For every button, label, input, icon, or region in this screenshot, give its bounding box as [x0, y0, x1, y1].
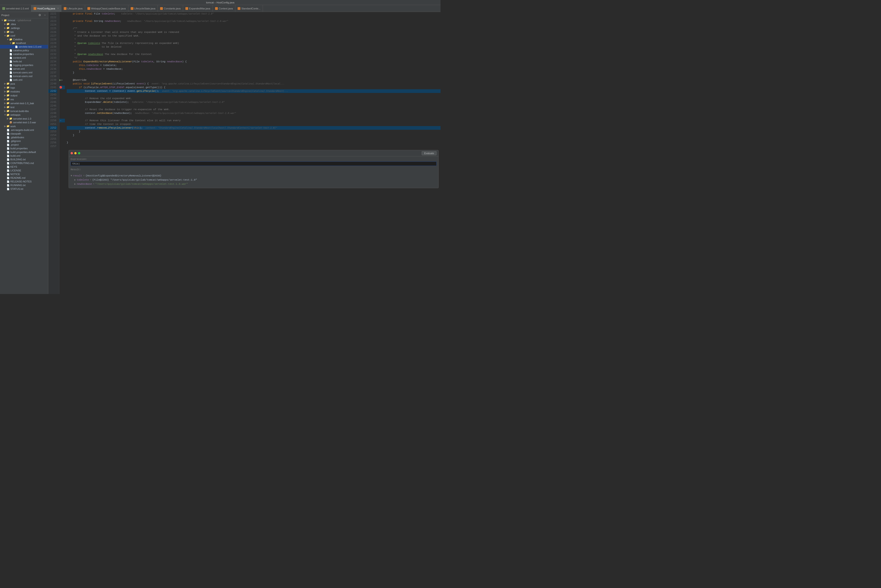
traffic-light-red[interactable] [70, 152, 73, 154]
tree-status[interactable]: 📄 STATUS.txt [0, 187, 48, 191]
tree-gitignore[interactable]: 📄 .gitignore [0, 139, 48, 143]
code-line-2246 [67, 104, 440, 108]
tree-bin[interactable]: ▶ 📁 bin [0, 30, 48, 34]
file-icon-releasenotes: 📄 [6, 180, 10, 183]
tree-build-xml[interactable]: 📄 build.xml [0, 154, 48, 158]
expression-input[interactable] [70, 162, 437, 166]
tree-work[interactable]: ▶ 📁 work [0, 124, 48, 128]
tree-project[interactable]: 📄 .project [0, 143, 48, 147]
tree-catalina-policy[interactable]: 📄 catalina.policy [0, 48, 48, 52]
editor-area: 2221 2222 2223 2224 2225 2226 2227 2228 … [48, 12, 440, 294]
tree-idea[interactable]: ▶ 📁 .idea [0, 22, 48, 26]
sidebar-collapse-icon[interactable]: − [43, 13, 47, 17]
tree-servelet-xml[interactable]: 📄 servlete-test-1.0.xml [0, 45, 48, 48]
window-title: tomcat – HostConfig.java [206, 1, 234, 4]
tree-servelet-10[interactable]: ▶ 📁 servelet-test-1.0 [0, 117, 48, 120]
tree-readme[interactable]: 📄 README.md [0, 176, 48, 180]
code-line-2224 [67, 23, 440, 27]
java-icon-2 [64, 7, 66, 10]
tree-catalina-props[interactable]: 📄 catalina.properties [0, 52, 48, 56]
tab-constants[interactable]: Constants.java [158, 5, 183, 12]
code-line-2245: ExpandedWar.delete(toDelete); toDelete: … [67, 100, 440, 104]
tree-webapps[interactable]: ▼ 📁 webapps [0, 113, 48, 117]
code-editor-container: 2221 2222 2223 2224 2225 2226 2227 2228 … [48, 12, 440, 294]
tree-ant-targets[interactable]: 📄 .ant-targets-build.xml [0, 128, 48, 132]
code-line-2244: // Remove the old expanded WAR. [67, 97, 440, 100]
file-icon-status: 📄 [6, 188, 10, 190]
tree-modules[interactable]: ▶ 📁 modules [0, 90, 48, 93]
tab-expandedwar[interactable]: ExpandedWar.java [183, 5, 213, 12]
tree-gitattributes[interactable]: 📄 .gitattributes [0, 135, 48, 139]
folder-icon-conf: 📁 [6, 34, 10, 37]
file-icon-buildpropsdefault: 📄 [6, 151, 10, 153]
tree-tomcat-users-xsd[interactable]: 📄 tomcat-users.xsd [0, 74, 48, 78]
java-icon-7 [215, 7, 218, 10]
file-icon-catalinaprops: 📄 [9, 52, 12, 56]
file-icon-readme: 📄 [6, 177, 10, 179]
file-icon-hello: 📄 [9, 60, 12, 63]
tree-building-txt[interactable]: 📄 BUILDING.txt [0, 158, 48, 161]
tab-lifecycle-java[interactable]: Lifecycle.java [61, 5, 85, 12]
java-icon-3 [87, 7, 90, 10]
tab-lifecyclestate[interactable]: LifecycleState.java [128, 5, 158, 12]
traffic-light-yellow[interactable] [74, 152, 76, 154]
file-icon-tomcatxsd: 📄 [9, 75, 12, 78]
tree-catalina[interactable]: ▼ 📁 Catalina [0, 38, 48, 41]
tab-standardconte[interactable]: StandardConte... [235, 5, 263, 12]
tree-test[interactable]: ▶ 📁 test [0, 105, 48, 109]
tree-release-notes[interactable]: 📄 RELEASE-NOTES [0, 180, 48, 183]
project-tree: ▼ 📁 tomcat ~/gitlab/tomcat ▶ 📁 .idea ▶ 📁… [0, 18, 48, 191]
run-gutter-icon[interactable]: ▶ [59, 78, 61, 82]
breakpoint-hollow-icon[interactable]: ● [61, 78, 63, 82]
tree-settings[interactable]: ▶ 📁 .settings [0, 26, 48, 30]
folder-icon-bin: 📁 [6, 31, 10, 33]
tree-context-xml[interactable]: 📄 context.xml [0, 56, 48, 60]
evaluate-button[interactable]: Evaluate [422, 151, 437, 155]
code-line-2236: this.newDocBase = newDocBase; [67, 67, 440, 71]
tab-webappclassloader[interactable]: WebappClassLoaderBase.java [85, 5, 128, 12]
code-line-2257 [67, 144, 440, 148]
tree-root-tomcat[interactable]: ▼ 📁 tomcat ~/gitlab/tomcat [0, 18, 48, 22]
tree-output[interactable]: ▶ 📁 output [0, 93, 48, 97]
tree-conf[interactable]: ▼ 📁 conf [0, 34, 48, 38]
code-line-2252: context.removeLifecycleListener(this); c… [67, 126, 440, 130]
tree-build-props-default[interactable]: 📄 build.properties.default [0, 150, 48, 154]
tree-keys[interactable]: 📄 KEYS [0, 165, 48, 169]
sidebar-settings-icon[interactable]: ⚙ [37, 13, 42, 17]
tree-res[interactable]: ▶ 📁 res [0, 97, 48, 101]
tab-servelet-xml[interactable]: servelet-test-1.0.xml [0, 5, 31, 12]
file-icon-gitignore: 📄 [6, 140, 10, 142]
folder-icon-idea: 📁 [6, 23, 10, 26]
java-icon-8 [238, 7, 240, 10]
file-icon-license: 📄 [6, 169, 10, 172]
tab-context[interactable]: Context.java [213, 5, 235, 12]
tab-hostconfig-java[interactable]: HostConfig.java ✕ [31, 5, 61, 12]
tree-license[interactable]: 📄 LICENSE [0, 169, 48, 172]
title-bar: tomcat – HostConfig.java [0, 0, 440, 5]
tree-contributing[interactable]: 📄 CONTRIBUTING.md [0, 161, 48, 165]
breakpoint-error-icon[interactable]: 🔴 [59, 86, 62, 89]
tree-server-xml[interactable]: 📄 server.xml [0, 67, 48, 70]
code-line-2233: */ [67, 56, 440, 60]
tree-notice[interactable]: 📄 NOTICE [0, 172, 48, 176]
tree-java[interactable]: ▶ 📁 java [0, 82, 48, 86]
tree-servelet-war[interactable]: 📦 servelet-test-1.0.war [0, 120, 48, 124]
tree-logs[interactable]: ▶ 📁 logs [0, 86, 48, 90]
tree-localhost[interactable]: ▼ 📁 localhost [0, 41, 48, 45]
file-icon-tomcatusers: 📄 [9, 71, 12, 74]
tree-running[interactable]: 📄 RUNNING.txt [0, 183, 48, 187]
tree-tomcat-users-xml[interactable]: 📄 tomcat-users.xml [0, 70, 48, 74]
tree-hello-txt[interactable]: 📄 hello.txt [0, 60, 48, 63]
traffic-light-green[interactable] [78, 152, 80, 154]
java-icon-6 [186, 7, 188, 10]
folder-icon-output: 📁 [6, 94, 10, 97]
file-icon-buildxml: 📄 [6, 154, 10, 157]
tree-servelet-bak[interactable]: ▶ 📁 servelet-test-1.0_bak [0, 101, 48, 105]
xml-icon [2, 7, 5, 10]
tree-logging-props[interactable]: 📄 logging.properties [0, 63, 48, 67]
tree-build-properties[interactable]: 📄 build.properties [0, 147, 48, 150]
tree-classpath[interactable]: 📄 classpath [0, 132, 48, 135]
code-content[interactable]: private final File toDelete; toDelete: "… [65, 12, 440, 294]
tree-web-xml[interactable]: 📄 web.xml [0, 78, 48, 82]
tree-tomcat-build-libs[interactable]: ▶ 📁 tomcat-build-libs [0, 109, 48, 113]
